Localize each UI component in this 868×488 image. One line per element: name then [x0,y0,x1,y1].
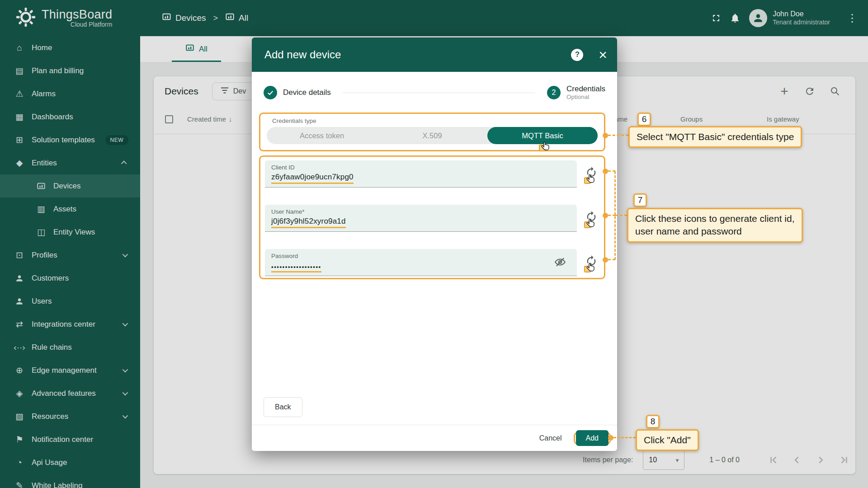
step2[interactable]: 2 Credentials Optional [547,84,605,101]
autorenew-icon [585,166,598,179]
client-id-row: Client ID z6yfaaw0joe9ucn7kpg0 [265,160,601,188]
close-icon[interactable]: × [599,47,607,62]
option-x509[interactable]: X.509 [377,127,487,144]
help-icon[interactable]: ? [571,49,583,61]
add-new-device-dialog: Add new device ? × Device details 2 Cred… [252,38,617,451]
username-field[interactable]: User Name* j0j6f3y9hl52xyro9a1d [265,205,577,232]
step2-label: Credentials [566,84,605,94]
back-button[interactable]: Back [264,397,302,417]
add-button[interactable]: Add [576,430,609,446]
option-mqtt-basic[interactable]: MQTT Basic [487,127,598,144]
generate-password-button[interactable] [581,251,601,271]
credentials-type-highlight: Credentials type Access token X.509 MQTT… [259,113,605,151]
username-label: User Name* [271,208,571,215]
dialog-stepper: Device details 2 Credentials Optional [252,72,617,113]
add-button-highlight: Add [574,432,611,445]
step1-check-icon [264,86,277,99]
password-value: •••••••••••••••••• [271,263,321,272]
username-row: User Name* j0j6f3y9hl52xyro9a1d [265,205,601,232]
credentials-type-label: Credentials type [272,117,599,124]
client-id-label: Client ID [271,164,571,171]
password-row: Password •••••••••••••••••• [265,249,601,276]
credentials-type-toggle: Access token X.509 MQTT Basic [267,127,598,144]
credentials-fields-highlight: Client ID z6yfaaw0joe9ucn7kpg0 User Name… [259,155,605,279]
visibility-off-icon[interactable] [554,256,566,270]
password-field[interactable]: Password •••••••••••••••••• [265,249,577,276]
dialog-footer: Cancel Add [252,425,617,451]
autorenew-icon [585,211,598,223]
option-access-token[interactable]: Access token [267,127,377,144]
step2-number: 2 [547,86,561,99]
step2-sublabel: Optional [566,94,605,101]
step1-label[interactable]: Device details [283,88,331,97]
generate-client-id-button[interactable] [581,163,601,183]
cancel-button[interactable]: Cancel [531,430,570,447]
client-id-field[interactable]: Client ID z6yfaaw0joe9ucn7kpg0 [265,160,577,188]
username-value: j0j6f3y9hl52xyro9a1d [271,217,346,228]
screen: ThingsBoard Cloud Platform Devices > All [0,0,868,488]
autorenew-icon [585,255,598,267]
dialog-title: Add new device [264,48,341,61]
dialog-header: Add new device ? × [252,38,617,72]
generate-username-button[interactable] [581,207,601,227]
stepper-divider [343,93,535,93]
client-id-value: z6yfaaw0joe9ucn7kpg0 [271,173,354,184]
password-label: Password [271,253,571,259]
